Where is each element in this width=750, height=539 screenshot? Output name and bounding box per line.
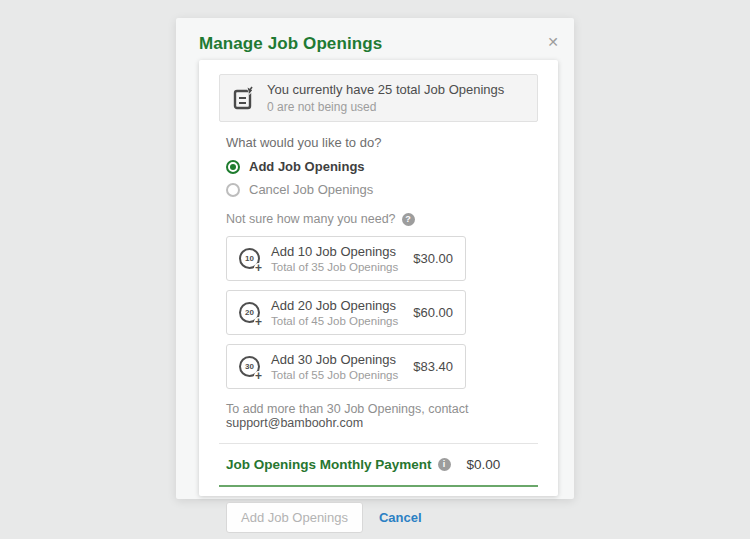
modal-content: You currently have 25 total Job Openings… [199,60,558,496]
payment-row: Job Openings Monthly Payment i $0.00 [226,457,538,472]
support-email-link[interactable]: support@bamboohr.com [226,416,363,430]
radio-unselected-icon[interactable] [226,183,240,197]
divider [219,443,538,444]
option-label: Add 20 Job Openings [271,298,398,313]
help-prompt: Not sure how many you need? ? [226,212,538,226]
summary-title: You currently have 25 total Job Openings [267,82,504,98]
payment-label: Job Openings Monthly Payment i [226,457,451,472]
summary-subtitle: 0 are not being used [267,100,504,114]
cancel-button[interactable]: Cancel [379,510,422,525]
option-label: Add 10 Job Openings [271,244,398,259]
radio-cancel-job-openings[interactable]: Cancel Job Openings [226,182,538,197]
note-pin-icon [232,85,256,111]
job-openings-summary-banner: You currently have 25 total Job Openings… [219,74,538,122]
manage-job-openings-modal: Manage Job Openings ✕ You currently have… [176,18,574,499]
help-icon[interactable]: ? [402,213,415,226]
add-10-badge-icon: 10 + [239,248,260,269]
help-prompt-text: Not sure how many you need? [226,212,396,226]
radio-selected-icon[interactable] [226,160,240,174]
radio-add-label: Add Job Openings [249,159,365,174]
add-job-openings-button[interactable]: Add Job Openings [226,502,363,533]
badge-number: 20 [245,308,254,317]
option-price: $30.00 [413,251,453,266]
add-20-badge-icon: 20 + [239,302,260,323]
close-icon[interactable]: ✕ [547,35,559,49]
option-label: Add 30 Job Openings [271,352,398,367]
modal-actions: Add Job Openings Cancel [226,502,538,533]
payment-amount: $0.00 [467,457,501,472]
badge-number: 10 [245,254,254,263]
add-30-badge-icon: 30 + [239,356,260,377]
plus-icon: + [254,317,263,327]
payment-label-text: Job Openings Monthly Payment [226,457,432,472]
option-price: $60.00 [413,305,453,320]
plus-icon: + [254,371,263,381]
radio-cancel-label: Cancel Job Openings [249,182,373,197]
info-icon[interactable]: i [438,458,451,471]
support-note: To add more than 30 Job Openings, contac… [226,402,538,430]
option-card-add-10[interactable]: 10 + Add 10 Job Openings Total of 35 Job… [226,236,466,281]
option-text: Add 20 Job Openings Total of 45 Job Open… [271,298,398,328]
option-card-add-30[interactable]: 30 + Add 30 Job Openings Total of 55 Job… [226,344,466,389]
support-note-text: To add more than 30 Job Openings, contac… [226,402,469,416]
option-sublabel: Total of 35 Job Openings [271,261,398,274]
option-card-add-20[interactable]: 20 + Add 20 Job Openings Total of 45 Job… [226,290,466,335]
option-text: Add 30 Job Openings Total of 55 Job Open… [271,352,398,382]
modal-title: Manage Job Openings [199,34,382,54]
option-price: $83.40 [413,359,453,374]
plus-icon: + [254,263,263,273]
question-label: What would you like to do? [226,135,538,150]
summary-text: You currently have 25 total Job Openings… [267,82,504,114]
badge-number: 30 [245,362,254,371]
radio-add-job-openings[interactable]: Add Job Openings [226,159,538,174]
green-underline [219,485,538,487]
option-text: Add 10 Job Openings Total of 35 Job Open… [271,244,398,274]
option-sublabel: Total of 55 Job Openings [271,369,398,382]
modal-header: Manage Job Openings ✕ [176,18,574,60]
option-sublabel: Total of 45 Job Openings [271,315,398,328]
